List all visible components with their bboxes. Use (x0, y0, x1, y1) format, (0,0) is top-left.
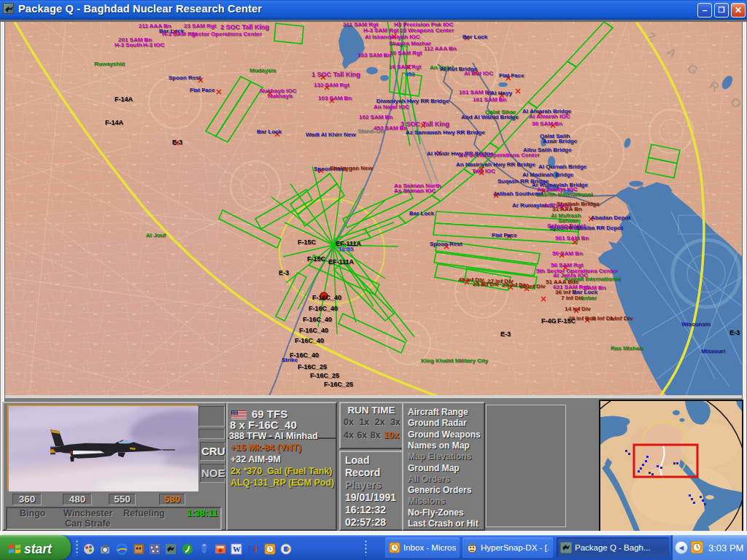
svg-text:Shalaygan New: Shalaygan New (330, 165, 373, 171)
svg-text:25 Inf Div: 25 Inf Div (473, 281, 499, 287)
svg-text:Abadan Depot: Abadan Depot (591, 214, 631, 221)
svg-text:EF-111A: EF-111A (328, 258, 355, 265)
svg-text:1 Inf Div: 1 Inf Div (610, 315, 633, 322)
svg-text:F-15C: F-15C (307, 255, 326, 262)
svg-text:161 SAM Bn: 161 SAM Bn (473, 96, 506, 103)
svg-text:F-16C_40: F-16C_40 (299, 327, 328, 334)
svg-text:23 SAM Rgt: 23 SAM Rgt (184, 23, 217, 29)
svg-text:Al Jouf: Al Jouf (146, 232, 166, 238)
svg-text:Talil IOC: Talil IOC (472, 168, 495, 174)
svg-text:23 Weapons Center: 23 Weapons Center (400, 27, 454, 34)
svg-text:E-3: E-3 (172, 139, 182, 146)
svg-text:10 SAM Rgt: 10 SAM Rgt (390, 50, 422, 56)
svg-text:Ruwayshid: Ruwayshid (94, 61, 125, 67)
svg-text:2 SOC Tall King: 2 SOC Tall King (220, 23, 269, 31)
svg-text:F-16C_40: F-16C_40 (295, 337, 324, 344)
svg-text:Ras Mishab: Ras Mishab (611, 345, 643, 351)
svg-text:103 SAM Bn: 103 SAM Bn (318, 95, 352, 101)
svg-text:Al Kut IOC: Al Kut IOC (464, 70, 493, 77)
svg-text:E-3: E-3 (279, 269, 289, 276)
svg-text:Flat Face: Flat Face (499, 72, 525, 79)
svg-text:F-16C_25: F-16C_25 (310, 372, 339, 379)
svg-text:E-3: E-3 (729, 329, 740, 336)
svg-text:3 SOC Tall King: 3 SOC Tall King (400, 120, 449, 128)
svg-text:30 SAM Bn: 30 SAM Bn (532, 120, 562, 127)
svg-text:An Nasiriyah Hwy RR Bridge: An Nasiriyah Hwy RR Bridge (456, 161, 535, 168)
svg-text:F-15C: F-15C (298, 238, 317, 246)
svg-text:An Najaf IOC: An Najaf IOC (374, 104, 409, 110)
svg-text:Abd Al Wahid Bridge: Abd Al Wahid Bridge (461, 114, 519, 120)
svg-text:Bar Lock: Bar Lock (257, 128, 282, 135)
svg-text:183 SAM Bn: 183 SAM Bn (357, 52, 391, 58)
svg-text:F-4G: F-4G (541, 317, 557, 324)
svg-text:Flat Face: Flat Face (492, 232, 517, 238)
svg-text:F-16C_40: F-16C_40 (309, 305, 338, 312)
svg-text:Bar Lock: Bar Lock (462, 34, 488, 40)
svg-text:16:55: 16:55 (338, 246, 354, 252)
svg-text:1 SOC Tall King: 1 SOC Tall King (311, 71, 360, 78)
svg-text:Az Samawah Hwy RR Bridge: Az Samawah Hwy RR Bridge (406, 129, 485, 136)
svg-text:561 SAM Bn: 561 SAM Bn (555, 235, 589, 241)
svg-text:Wadi Al Khirr New: Wadi Al Khirr New (306, 131, 357, 138)
svg-text:t Al Hayy: t Al Hayy (487, 90, 512, 96)
svg-text:Mudaysis: Mudaysis (249, 67, 276, 74)
svg-text:F-16C_25: F-16C_25 (298, 363, 327, 370)
svg-text:112 AAA Bn: 112 AAA Bn (424, 45, 457, 52)
svg-text:Nukhayb: Nukhayb (268, 93, 293, 99)
svg-text:Jalibah Southeast: Jalibah Southeast (493, 190, 543, 197)
svg-text:Azair Bridge: Azair Bridge (543, 138, 578, 144)
svg-text:Sector Operations Center: Sector Operations Center (191, 31, 262, 37)
svg-text:Anbar: Anbar (580, 295, 597, 301)
svg-text:452: 452 (405, 71, 415, 77)
svg-text:F-16C_40: F-16C_40 (303, 316, 332, 323)
svg-text:14 Inf Div: 14 Inf Div (565, 306, 591, 312)
svg-text:452 SAM Bn: 452 SAM Bn (374, 125, 407, 131)
svg-text:Spoon Rest: Spoon Rest (169, 74, 201, 81)
svg-text:3rd Sector Operations Center: 3rd Sector Operations Center (458, 152, 540, 158)
svg-text:31 AAA Bn: 31 AAA Bn (552, 206, 582, 212)
svg-text:F-15C: F-15C (557, 317, 576, 324)
svg-text:50 SAM Bn: 50 SAM Bn (552, 250, 583, 257)
svg-text:W: W (233, 545, 241, 553)
svg-text:Bar Lock: Bar Lock (409, 210, 435, 217)
svg-text:Al Amarah IOC: Al Amarah IOC (529, 113, 570, 120)
svg-text:Al Iskandariyah IOC: Al Iskandariyah IOC (365, 34, 420, 40)
svg-text:H-3 South: H-3 South (115, 42, 142, 48)
svg-text:H-3 SAM Rgt: H-3 SAM Rgt (363, 27, 399, 34)
svg-text:102 SAM Bn: 102 SAM Bn (359, 114, 392, 120)
svg-text:F-16C_40: F-16C_40 (312, 294, 341, 301)
svg-text:30 Inf Div: 30 Inf Div (519, 283, 546, 289)
svg-text:H-3 IOC: H-3 IOC (143, 42, 165, 48)
svg-text:132 SAM Rgt: 132 SAM Rgt (314, 82, 349, 88)
svg-text:Strike: Strike (282, 357, 298, 363)
svg-text:Shaiba RR Depot: Shaiba RR Depot (576, 225, 623, 231)
svg-text:Missouri: Missouri (701, 348, 725, 354)
svg-text:As Salman IOC: As Salman IOC (394, 187, 436, 194)
svg-text:King Khalid Military City: King Khalid Military City (421, 357, 489, 364)
svg-text:16 SAM Rgt: 16 SAM Rgt (389, 63, 422, 70)
svg-text:Flat Face: Flat Face (190, 87, 215, 93)
svg-text:Basrah International: Basrah International (536, 191, 592, 198)
svg-text:F-16C_25: F-16C_25 (324, 381, 353, 388)
svg-text:Wisconsin: Wisconsin (681, 321, 711, 327)
svg-text:Al Madinah Bridge: Al Madinah Bridge (522, 171, 574, 178)
svg-text:F-14A: F-14A (105, 119, 124, 126)
svg-text:E-3: E-3 (500, 330, 511, 338)
svg-text:Spoon Rest: Spoon Rest (430, 241, 462, 247)
svg-text:Al Qurnah Bridge: Al Qurnah Bridge (538, 163, 587, 170)
svg-text:F-14A: F-14A (115, 96, 133, 103)
